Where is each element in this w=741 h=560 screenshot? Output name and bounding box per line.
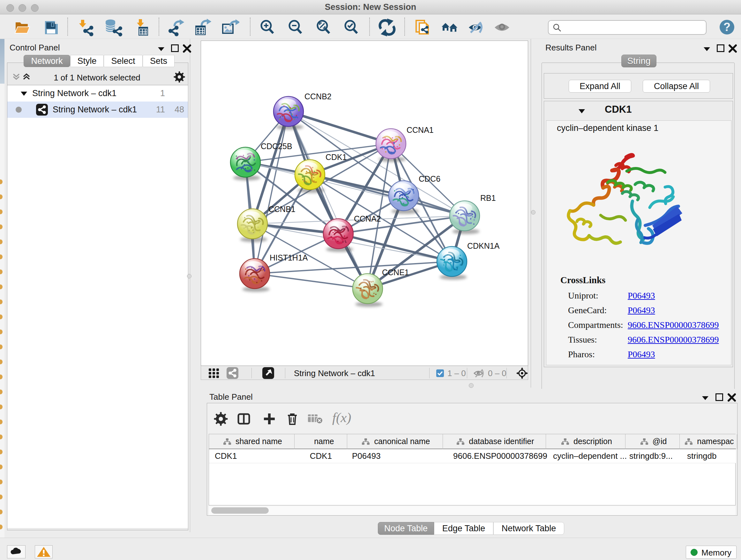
svg-text:CCNA2: CCNA2 [354, 214, 381, 223]
svg-text:HIST1H1A: HIST1H1A [270, 253, 308, 262]
svg-text:CDKN1A: CDKN1A [467, 241, 500, 250]
svg-text:CDC6: CDC6 [419, 174, 441, 183]
svg-text:CCNB1: CCNB1 [268, 205, 295, 213]
svg-text:CCNB2: CCNB2 [305, 92, 332, 101]
svg-text:CCNE1: CCNE1 [382, 268, 409, 277]
svg-text:RB1: RB1 [480, 193, 496, 202]
svg-text:CDC25B: CDC25B [261, 142, 292, 151]
svg-text:CCNA1: CCNA1 [407, 125, 434, 134]
svg-text:CDK1: CDK1 [326, 152, 347, 162]
